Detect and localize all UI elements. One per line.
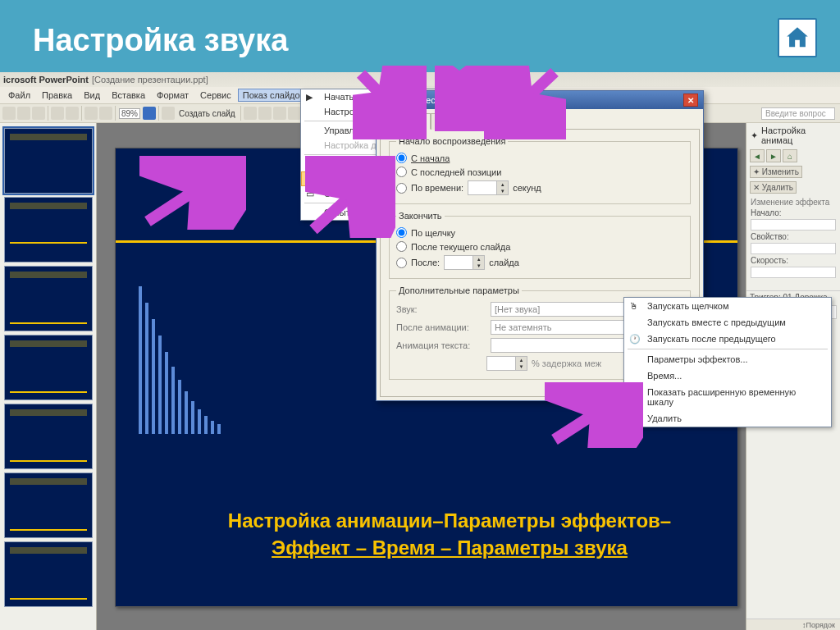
- menu-tools[interactable]: Сервис: [195, 89, 236, 102]
- create-slide-label[interactable]: Создать слайд: [179, 109, 235, 118]
- menu-format[interactable]: Формат: [152, 89, 194, 102]
- tab-time[interactable]: Время: [431, 113, 474, 130]
- open-icon[interactable]: [17, 107, 30, 120]
- radio-by-time[interactable]: [396, 183, 407, 194]
- tp-fwd-icon[interactable]: ►: [766, 149, 781, 162]
- help-icon[interactable]: [143, 107, 156, 120]
- home-button[interactable]: [778, 18, 817, 57]
- preview-icon[interactable]: [66, 107, 79, 120]
- decorative-bars: [139, 270, 221, 434]
- ctx-show-timeline[interactable]: Показать расширенную временную шкалу: [624, 384, 831, 410]
- thumb-1[interactable]: [4, 128, 93, 194]
- undo-icon[interactable]: [84, 107, 98, 120]
- ctx-delete[interactable]: Удалить: [624, 410, 831, 427]
- print-icon[interactable]: [51, 107, 64, 120]
- ctx-effect-params[interactable]: Параметры эффектов...: [624, 351, 831, 368]
- ctx-start-after-prev[interactable]: 🕐Запускать после предыдущего: [624, 331, 831, 347]
- tp-change-button[interactable]: ✦ Изменить: [750, 166, 802, 178]
- thumb-3[interactable]: [4, 266, 93, 331]
- thumb-2[interactable]: [4, 197, 93, 262]
- transition-icon: ▭: [306, 189, 317, 200]
- window-titlebar: icrosoft PowerPoint [Создание презентаци…: [0, 72, 840, 87]
- save-icon[interactable]: [32, 107, 45, 120]
- star-icon: ★: [306, 159, 317, 171]
- dialog-titlebar[interactable]: Воспроизвести Звук ✕: [377, 91, 703, 109]
- tp-home-icon[interactable]: ⌂: [783, 149, 797, 162]
- menu-view[interactable]: Вид: [79, 89, 105, 102]
- ctx-timing[interactable]: Время...: [624, 368, 831, 384]
- end-after-spinner[interactable]: ▲▼: [444, 255, 485, 270]
- menu-edit[interactable]: Правка: [37, 89, 77, 102]
- radio-after-n[interactable]: [396, 258, 407, 268]
- thumb-4[interactable]: [4, 335, 93, 400]
- play-icon: ▶: [306, 92, 317, 103]
- slide-caption: Настройка анимации–Параметры эффектов– Э…: [194, 507, 705, 562]
- delay-spinner[interactable]: ▲▼: [486, 356, 527, 371]
- redo-icon[interactable]: [99, 107, 112, 120]
- anim-icon: ✦: [307, 175, 318, 186]
- taskpane-title: ✦ Настройка анимац: [746, 123, 840, 148]
- tp-section-label: Изменение эффекта: [746, 195, 840, 208]
- new-icon[interactable]: [2, 107, 16, 120]
- group-start: Начало воспроизведения С начала С послед…: [389, 136, 691, 204]
- tab-sound-params[interactable]: Параметры звука: [474, 113, 564, 130]
- effect-context-menu[interactable]: 🖱Запускать щелчком Запускать вместе с пр…: [623, 297, 832, 427]
- tp-back-icon[interactable]: ◄: [750, 149, 765, 162]
- radio-from-beginning[interactable]: [396, 153, 407, 163]
- zoom-combo[interactable]: 89%: [119, 108, 140, 119]
- thumb-6[interactable]: [4, 472, 93, 538]
- thumb-7[interactable]: [4, 541, 93, 607]
- menu-slideshow[interactable]: Показ слайдов: [238, 89, 310, 102]
- menu-file[interactable]: Файл: [3, 89, 35, 102]
- tp-property-field[interactable]: [751, 243, 836, 254]
- mouse-icon: 🖱: [629, 301, 641, 313]
- page-title: Настройка звука: [0, 0, 840, 63]
- tp-delete-button[interactable]: ✕ Удалить: [750, 181, 797, 194]
- clock-icon: 🕐: [629, 334, 641, 345]
- tab-effect[interactable]: Эффект: [380, 113, 431, 130]
- menu-insert[interactable]: Вставка: [107, 89, 150, 102]
- dialog-title-text: Воспроизвести Звук: [381, 95, 465, 105]
- radio-after-slide[interactable]: [396, 241, 407, 252]
- home-icon: [783, 24, 811, 52]
- tp-speed-field[interactable]: [751, 267, 836, 278]
- start-time-spinner[interactable]: ▲▼: [468, 180, 509, 195]
- newslide-icon[interactable]: [162, 107, 175, 120]
- ctx-start-with-prev[interactable]: Запускать вместе с предыдущим: [624, 314, 831, 331]
- ctx-start-onclick[interactable]: 🖱Запускать щелчком: [624, 298, 831, 314]
- ask-input[interactable]: Введите вопрос: [761, 107, 835, 120]
- tp-start-field[interactable]: [751, 219, 836, 231]
- radio-from-last[interactable]: [396, 167, 407, 177]
- thumb-5[interactable]: [4, 404, 93, 469]
- slide-thumbnails[interactable]: [0, 123, 97, 630]
- statusbar: ↕ Порядок: [746, 619, 840, 630]
- radio-on-click[interactable]: [396, 227, 407, 238]
- group-end: Закончить По щелчку После текущего слайд…: [389, 211, 691, 279]
- dialog-close-button[interactable]: ✕: [683, 94, 698, 107]
